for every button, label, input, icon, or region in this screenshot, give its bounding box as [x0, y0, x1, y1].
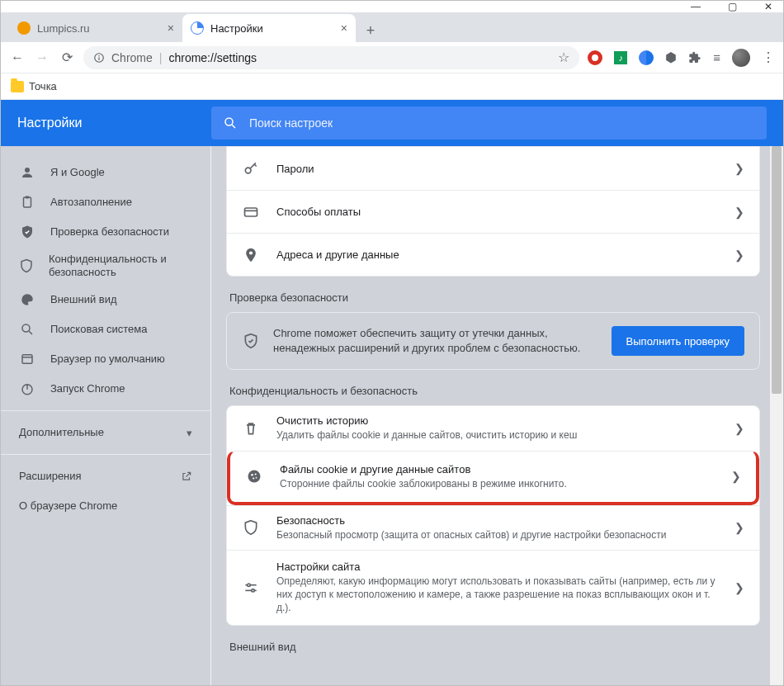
- favicon-settings: [191, 21, 204, 35]
- back-button[interactable]: ←: [9, 50, 26, 65]
- row-addresses[interactable]: Адреса и другие данные ❯: [227, 233, 759, 276]
- svg-line-9: [29, 331, 32, 334]
- autofill-card: Пароли ❯ Способы оплаты ❯ Адреса и други…: [226, 146, 760, 277]
- address-bar[interactable]: Chrome | chrome://settings ☆: [83, 46, 579, 69]
- ext-green-icon[interactable]: ♪: [614, 51, 627, 64]
- row-cookies[interactable]: Файлы cookie и другие данные сайтов Стор…: [227, 451, 759, 505]
- sidebar-item-search-engine[interactable]: Поисковая система: [1, 315, 210, 344]
- scrollbar-thumb[interactable]: [772, 146, 782, 394]
- row-payment[interactable]: Способы оплаты ❯: [227, 190, 759, 233]
- key-icon: [242, 160, 260, 177]
- bookmarks-bar: Точка: [1, 73, 783, 100]
- row-passwords[interactable]: Пароли ❯: [227, 147, 759, 190]
- window-icon: [19, 352, 35, 367]
- close-icon[interactable]: ×: [341, 21, 347, 35]
- row-security[interactable]: Безопасность Безопасный просмотр (защита…: [227, 505, 759, 550]
- power-icon: [19, 381, 35, 396]
- ext-blue-icon[interactable]: [639, 50, 654, 65]
- url-prefix: Chrome: [111, 51, 153, 64]
- sidebar-item-on-startup[interactable]: Запуск Chrome: [1, 374, 210, 404]
- svg-rect-6: [24, 197, 31, 207]
- window: — ▢ ✕ Lumpics.ru × Настройки × + ← → ⟳ C…: [0, 0, 784, 686]
- svg-rect-2: [98, 57, 99, 60]
- clipboard-icon: [19, 195, 35, 210]
- svg-point-22: [256, 477, 257, 479]
- url-separator: |: [159, 51, 163, 64]
- svg-point-17: [249, 251, 253, 254]
- forward-button[interactable]: →: [34, 50, 50, 65]
- sidebar-item-default-browser[interactable]: Браузер по умолчанию: [1, 344, 210, 374]
- window-minimize[interactable]: —: [689, 1, 702, 12]
- settings-main: Пароли ❯ Способы оплаты ❯ Адреса и други…: [211, 146, 783, 685]
- window-close[interactable]: ✕: [762, 1, 775, 12]
- menu-icon[interactable]: ⋮: [762, 50, 775, 65]
- row-clear-history[interactable]: Очистить историю Удалить файлы cookie и …: [227, 406, 759, 450]
- reading-list-icon[interactable]: ≡: [713, 50, 720, 64]
- settings-search[interactable]: [211, 106, 767, 140]
- svg-line-4: [232, 125, 235, 128]
- tab-lumpics[interactable]: Lumpics.ru ×: [9, 14, 182, 42]
- sidebar-item-you-and-google[interactable]: Я и Google: [1, 158, 210, 187]
- divider: [1, 410, 210, 411]
- tab-settings[interactable]: Настройки ×: [182, 14, 356, 42]
- extensions-icon[interactable]: [688, 51, 701, 64]
- safety-check-card: Chrome поможет обеспечить защиту от утеч…: [226, 312, 760, 370]
- safety-heading: Проверка безопасности: [229, 291, 757, 304]
- person-icon: [19, 165, 35, 180]
- svg-rect-15: [245, 208, 257, 216]
- sidebar-item-advanced[interactable]: Дополнительные ▾: [1, 418, 210, 447]
- chevron-right-icon: ❯: [734, 162, 744, 175]
- tab-title: Lumpics.ru: [37, 22, 90, 35]
- palette-icon: [19, 292, 35, 307]
- sidebar-item-about[interactable]: О браузере Chrome: [1, 491, 210, 521]
- sidebar-item-privacy[interactable]: Конфиденциальность и безопасность: [1, 247, 210, 285]
- settings-body: Я и Google Автозаполнение Проверка безоп…: [1, 146, 783, 685]
- location-icon: [242, 247, 260, 263]
- svg-point-20: [255, 474, 257, 475]
- svg-point-1: [98, 54, 100, 56]
- privacy-heading: Конфиденциальность и безопасность: [229, 385, 757, 397]
- window-controls: — ▢ ✕: [1, 1, 783, 12]
- shield-check-icon: [19, 225, 35, 239]
- sidebar-item-appearance[interactable]: Внешний вид: [1, 285, 210, 315]
- window-maximize[interactable]: ▢: [725, 1, 739, 12]
- close-icon[interactable]: ×: [168, 21, 174, 35]
- chevron-right-icon: ❯: [734, 248, 744, 262]
- chevron-down-icon: ▾: [187, 427, 192, 439]
- svg-point-5: [25, 168, 30, 173]
- row-site-settings[interactable]: Настройки сайта Определяют, какую информ…: [227, 550, 759, 625]
- cookie-icon: [245, 468, 263, 485]
- svg-rect-10: [22, 355, 32, 364]
- new-tab-button[interactable]: +: [359, 19, 382, 42]
- privacy-card: Очистить историю Удалить файлы cookie и …: [226, 405, 760, 625]
- avatar[interactable]: [732, 49, 750, 67]
- shield-icon: [19, 258, 34, 273]
- shield-icon: [242, 519, 260, 536]
- chevron-right-icon: ❯: [734, 521, 744, 534]
- sidebar-item-autofill[interactable]: Автозаполнение: [1, 187, 210, 217]
- external-link-icon: [181, 471, 192, 482]
- search-icon: [223, 116, 238, 130]
- svg-point-26: [252, 589, 254, 591]
- sidebar-item-extensions[interactable]: Расширения: [1, 461, 210, 491]
- bookmark-folder[interactable]: Точка: [29, 80, 57, 92]
- ext-cube-icon[interactable]: ⬢: [665, 50, 677, 65]
- sliders-icon: [242, 580, 260, 596]
- divider: [1, 454, 210, 455]
- star-icon[interactable]: ☆: [558, 50, 569, 65]
- card-icon: [242, 204, 260, 220]
- search-input[interactable]: [249, 116, 755, 130]
- chevron-right-icon: ❯: [731, 470, 741, 483]
- svg-point-19: [251, 474, 253, 476]
- svg-point-25: [248, 584, 250, 586]
- safety-check-button[interactable]: Выполнить проверку: [612, 326, 744, 356]
- scrollbar[interactable]: [770, 146, 783, 685]
- reload-button[interactable]: ⟳: [59, 50, 75, 65]
- svg-point-21: [253, 478, 254, 480]
- favicon-lumpics: [17, 21, 31, 35]
- svg-rect-7: [26, 196, 30, 199]
- toolbar: ← → ⟳ Chrome | chrome://settings ☆ ♪ ⬢ ≡…: [1, 42, 783, 73]
- ext-red-icon[interactable]: [588, 50, 602, 65]
- sidebar-item-safety-check[interactable]: Проверка безопасности: [1, 217, 210, 247]
- svg-point-8: [22, 324, 30, 332]
